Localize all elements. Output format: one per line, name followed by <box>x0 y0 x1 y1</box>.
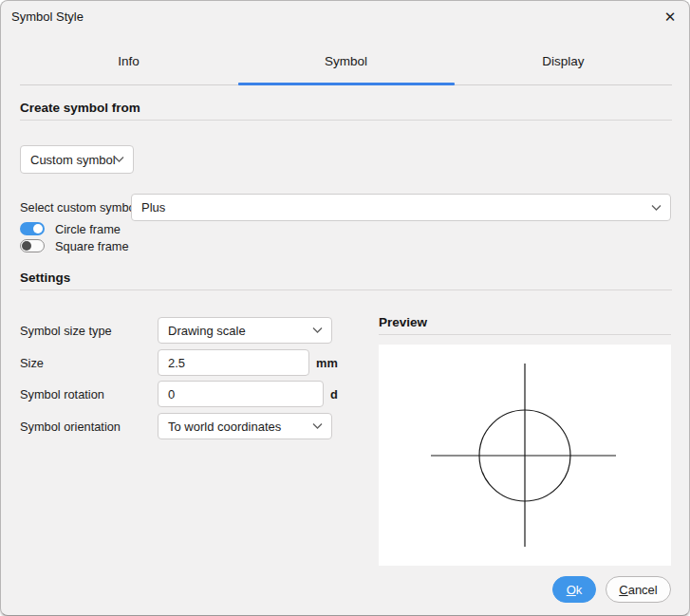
symbol-size-type-value: Drawing scale <box>168 324 246 338</box>
ok-button-accesskey: O <box>567 583 576 597</box>
symbol-preview-canvas <box>379 345 671 566</box>
tab-symbol[interactable]: Symbol <box>237 54 455 77</box>
chevron-down-icon <box>651 204 662 212</box>
symbol-source-select[interactable]: Custom symbol <box>20 145 134 174</box>
chevron-down-icon <box>312 422 323 430</box>
chevron-down-icon <box>312 327 323 334</box>
size-label: Size <box>20 356 44 370</box>
select-custom-symbol-label: Select custom symbol <box>20 200 138 215</box>
active-tab-indicator <box>238 83 455 85</box>
close-icon[interactable]: ✕ <box>660 7 681 28</box>
section-create-symbol-from: Create symbol from <box>20 101 140 115</box>
chevron-down-icon <box>114 156 124 163</box>
symbol-orientation-select[interactable]: To world coordinates <box>158 413 332 439</box>
symbol-size-type-label: Symbol size type <box>20 324 112 338</box>
tab-display[interactable]: Display <box>455 54 672 77</box>
symbol-rotation-input[interactable]: 0 <box>158 381 324 407</box>
tab-info[interactable]: Info <box>20 54 237 77</box>
size-unit: mm <box>316 356 338 370</box>
titlebar: Symbol Style ✕ <box>1 1 689 33</box>
tab-bar: Info Symbol Display <box>20 54 672 77</box>
toggle-on-icon <box>20 222 45 235</box>
square-frame-label: Square frame <box>55 239 129 253</box>
symbol-style-dialog: Symbol Style ✕ Info Symbol Display Creat… <box>0 0 690 616</box>
size-input[interactable]: 2.5 <box>158 349 309 376</box>
custom-symbol-value: Plus <box>141 200 165 215</box>
symbol-orientation-value: To world coordinates <box>168 420 281 434</box>
circle-frame-toggle[interactable]: Circle frame <box>20 221 121 236</box>
window-title: Symbol Style <box>11 9 84 24</box>
divider <box>20 120 672 121</box>
custom-symbol-select[interactable]: Plus <box>131 194 671 221</box>
symbol-rotation-value: 0 <box>168 387 175 401</box>
symbol-rotation-label: Symbol rotation <box>20 387 104 401</box>
section-preview: Preview <box>379 315 427 329</box>
cancel-button-accesskey: C <box>619 583 627 597</box>
circle-frame-label: Circle frame <box>55 222 121 236</box>
symbol-source-value: Custom symbol <box>30 153 116 167</box>
divider <box>379 334 671 335</box>
ok-button-label: k <box>576 583 583 597</box>
divider <box>20 289 672 290</box>
square-frame-toggle[interactable]: Square frame <box>20 238 129 253</box>
cancel-button-label: ancel <box>628 583 658 597</box>
symbol-size-type-select[interactable]: Drawing scale <box>158 317 332 344</box>
symbol-rotation-unit: d <box>330 387 338 401</box>
symbol-orientation-label: Symbol orientation <box>20 420 121 434</box>
ok-button[interactable]: Ok <box>552 576 596 603</box>
size-value: 2.5 <box>168 356 185 370</box>
plus-symbol-with-circle-icon <box>379 345 671 566</box>
toggle-off-icon <box>20 239 45 252</box>
cancel-button[interactable]: Cancel <box>606 576 671 603</box>
section-settings: Settings <box>20 271 70 285</box>
